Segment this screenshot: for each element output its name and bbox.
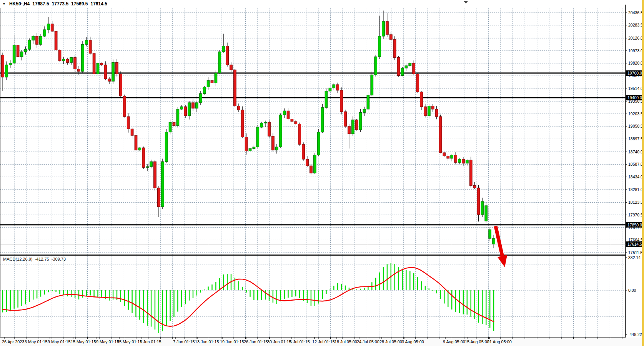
candle [481,201,484,215]
date-label: 21 Aug 05:00 [487,339,512,344]
candle [40,36,42,44]
price-tick-label: 18740.0 [628,150,643,154]
candle [36,36,38,44]
date-label: 30 Jun 01:15 [267,339,291,344]
candle [416,74,419,92]
candle [13,45,15,63]
chevron-down-icon[interactable]: ▼ [2,2,6,6]
macd-main-value: -412.75 [35,257,49,261]
candle [100,63,103,65]
candle [131,129,133,135]
date-label: 19 Jun 01:15 [220,339,244,344]
price-tag-label: 17614.5 [627,242,642,246]
candle [264,122,267,123]
candle [226,46,229,65]
candle [462,159,465,163]
ohlc-close: 17614.5 [90,1,107,7]
macd-axis-label: 0.00 [628,288,636,293]
price-tick-label: 19820.0 [628,61,643,65]
date-label: 24 Jul 05:00 [357,339,379,344]
date-label: 26 Apr 2023 [2,339,24,344]
candle [93,53,95,74]
candle [5,65,8,77]
candle [32,36,35,40]
price-tick-label: 20436.5 [628,10,643,15]
candle [439,116,442,153]
ohlc-low: 17569.5 [71,1,88,7]
price-tag-label: 19700.0 [627,71,642,75]
down-arrow-object[interactable] [494,226,508,267]
candle [135,135,137,150]
price-chart-canvas[interactable]: 20436.520283.520126.019973.019820.019667… [0,0,644,346]
candle [196,103,198,108]
candle [348,126,351,134]
candle [55,31,57,50]
candle [306,159,309,166]
candle [382,22,385,36]
candle [473,185,476,188]
candle [363,109,366,113]
chart-header[interactable]: ▼ HK50-,H4 17687.5 17773.5 17569.5 17614… [2,1,107,7]
price-tick-label: 18281.0 [628,187,643,192]
candle [89,40,92,53]
candle [245,137,248,151]
candle [279,115,282,147]
candle [85,40,88,45]
candle [24,49,27,52]
candle [489,230,491,238]
candle [58,50,61,61]
price-tick-label: 18123.5 [628,200,643,205]
candle [142,148,145,167]
date-label: 18 Jul 05:00 [334,339,357,344]
candle [222,46,225,52]
price-tick-label: 20126.0 [628,36,643,40]
symbol-timeframe-label: HK50-,H4 [9,1,30,7]
candle [431,106,434,109]
candle [340,90,343,111]
candle [20,52,23,57]
candle [317,132,320,155]
date-label: 3 May 01:15 [25,339,47,344]
candle [344,111,347,126]
candle [234,70,236,106]
price-tick-label: 17970.5 [628,213,643,217]
price-tag-label: 19400.0 [627,95,642,100]
chart-window: ▼ HK50-,H4 17687.5 17773.5 17569.5 17614… [0,0,644,346]
candle [329,88,331,91]
price-tick-label: 19050.5 [628,124,643,128]
price-tick-label: 20283.5 [628,23,643,27]
candle [283,111,286,115]
macd-signal-line [3,268,494,326]
candle [447,156,449,158]
candle [298,124,301,144]
candle [180,107,183,109]
candle [409,63,411,66]
candle [66,59,69,63]
candle [127,116,130,129]
candle [199,93,202,102]
price-tick-label: 19973.0 [628,48,643,53]
candle [120,74,122,96]
candle [493,238,495,244]
candle [275,147,278,150]
candle [302,145,305,159]
candle [108,79,111,81]
candle [249,148,251,151]
macd-indicator-label: MACD(12,26,9) -412.75 -309.73 [3,257,66,261]
candle [207,80,210,87]
candle [371,75,373,95]
candle [104,65,107,79]
candle [237,106,240,110]
macd-signal-value: -309.73 [52,257,66,261]
date-label: 9 May 01:15 [48,339,70,344]
candle [272,136,275,150]
candle [215,73,217,83]
window-edge-border [642,0,644,346]
candle [184,107,187,116]
panel-separator[interactable] [0,254,626,256]
date-label: 15 May 01:15 [71,339,96,344]
macd-histogram [3,263,494,333]
candle [477,188,480,215]
candle [374,57,377,75]
candle [116,62,118,74]
